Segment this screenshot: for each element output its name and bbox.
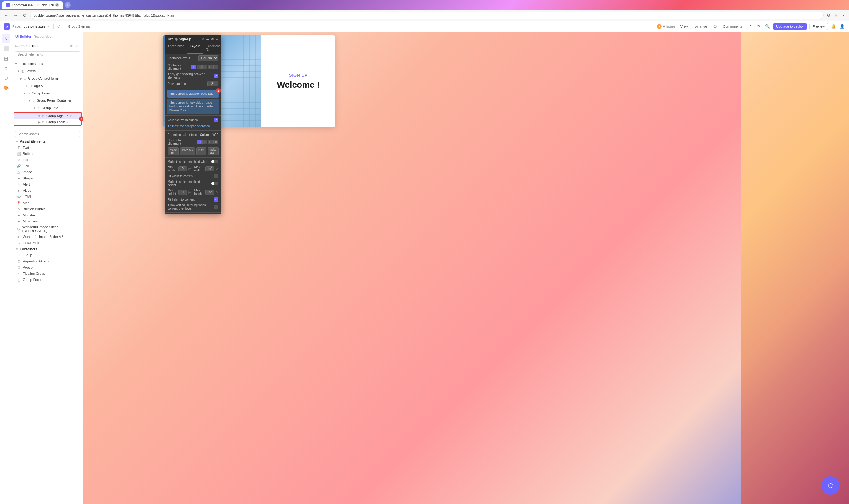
forward-button[interactable]: →: [12, 12, 19, 19]
nav-next[interactable]: Next: [196, 147, 206, 155]
main-canvas[interactable]: SIGN UP Welcome ! Group Sign-up ○ ☁ ✉: [83, 32, 849, 504]
tree-expand-icon[interactable]: ⤢: [75, 43, 80, 48]
tree-visibility-icon[interactable]: 👁: [69, 114, 73, 118]
align-btn-left[interactable]: ⊣: [197, 65, 202, 70]
tree-row-contact-form[interactable]: ▶ □ Group Contact form: [12, 75, 83, 82]
nav-make-last[interactable]: Make last: [208, 147, 219, 155]
sidebar-icon-settings[interactable]: ⚙: [2, 64, 11, 73]
allow-scroll-check[interactable]: [214, 205, 219, 209]
max-height-input[interactable]: [206, 190, 214, 195]
element-image[interactable]: 🖼 Image: [12, 169, 83, 175]
panel-icon-circle[interactable]: ○: [202, 37, 204, 41]
min-width-input[interactable]: [178, 166, 187, 172]
element-icon[interactable]: ☆ Icon: [12, 157, 83, 163]
browser-tab[interactable]: Thomas-83646 | Bubble Edi ✕: [2, 1, 63, 8]
apply-gap-check[interactable]: ✓: [214, 74, 219, 78]
container-repeating-group[interactable]: ◫ Repeating Group: [12, 258, 83, 264]
tree-row-group-title[interactable]: ▼ □ Group Title: [12, 105, 83, 111]
group-name-label[interactable]: Group Sign-up: [68, 24, 90, 28]
tree-arrow-contact-form[interactable]: ▶: [19, 76, 23, 80]
align-btn-top[interactable]: T: [191, 65, 196, 70]
tab-conditional[interactable]: Conditional (1): [203, 43, 222, 54]
ui-builder-label[interactable]: UI Builder: [15, 35, 31, 38]
fixed-width-toggle[interactable]: [211, 160, 219, 163]
arrange-btn[interactable]: Arrange: [692, 24, 709, 29]
container-floating-group[interactable]: + Floating Group: [12, 270, 83, 276]
align-btn-center-v[interactable]: ↕: [203, 65, 207, 70]
bookmark-icon[interactable]: ☆: [833, 12, 839, 18]
sidebar-icon-styles[interactable]: 🎨: [2, 84, 11, 92]
min-height-input[interactable]: [178, 190, 187, 195]
horiz-btn-center[interactable]: ↔: [203, 140, 207, 144]
element-html[interactable]: </> HTML: [12, 194, 83, 200]
tree-arrow-group-title[interactable]: ▼: [33, 106, 36, 110]
tab-layout[interactable]: Layout: [187, 43, 203, 54]
containers-header[interactable]: ▼ Containers: [12, 246, 83, 252]
element-maestro[interactable]: ■ Maestro: [12, 212, 83, 218]
horiz-btn-left[interactable]: ⊣: [197, 140, 202, 144]
components-icon[interactable]: ⬡: [712, 23, 718, 30]
panel-icon-cloud[interactable]: ☁: [206, 37, 209, 41]
tree-arrow-form-container[interactable]: ▼: [28, 98, 31, 102]
address-bar[interactable]: bubble.io/page?type=page&name=customstat…: [30, 12, 824, 19]
fit-height-check[interactable]: ✓: [214, 197, 219, 202]
element-alert[interactable]: △ Alert: [12, 181, 83, 187]
tree-chevron-icon[interactable]: ▾: [73, 114, 77, 118]
align-btn-right[interactable]: ⊢: [208, 65, 213, 70]
nav-make-first[interactable]: Make first: [168, 147, 179, 155]
canvas-circle-btn[interactable]: ⬡: [821, 476, 840, 495]
visual-elements-header[interactable]: ▼ Visual Elements: [12, 138, 83, 144]
new-tab-btn[interactable]: +: [65, 2, 71, 8]
page-name[interactable]: customstates: [24, 24, 46, 28]
container-popup[interactable]: □ Popup: [12, 264, 83, 270]
panel-icon-message[interactable]: ✉: [211, 37, 214, 41]
tree-arrow-signup[interactable]: ▼: [37, 114, 41, 118]
tab-close-btn[interactable]: ✕: [55, 3, 59, 7]
nav-previous[interactable]: Previous: [180, 147, 195, 155]
panel-close-icon[interactable]: ✕: [215, 37, 219, 41]
tree-eye-icon[interactable]: 👁: [69, 43, 73, 48]
sidebar-icon-pointer[interactable]: ↖: [2, 34, 11, 43]
zoom-icon[interactable]: 🔍: [764, 23, 770, 30]
tree-row-layers[interactable]: ▼ ◫ Layers: [12, 68, 83, 74]
tree-row-group-signup[interactable]: ▼ □ Group Sign-up 👁 ▾: [14, 113, 81, 119]
element-slider-deprecated[interactable]: ◎ Wonderful Image Slider (DEPRECATED): [12, 224, 83, 234]
fit-width-check[interactable]: [214, 174, 219, 178]
view-btn[interactable]: View: [678, 24, 690, 29]
extensions-icon[interactable]: ⚙: [826, 12, 832, 18]
back-button[interactable]: ←: [2, 12, 10, 19]
tree-row-form-container[interactable]: ▼ □ Group Form_Container: [12, 97, 83, 104]
element-slider-v2[interactable]: ◎ Wonderful Image Slider V2: [12, 234, 83, 240]
page-dropdown-arrow[interactable]: ▾: [48, 24, 50, 28]
refresh-button[interactable]: ↻: [21, 12, 28, 19]
max-width-input[interactable]: [206, 166, 214, 172]
menu-icon[interactable]: ⋮: [841, 12, 847, 18]
tree-row-customstates[interactable]: ▼ □ customstates: [12, 60, 83, 67]
tree-arrow-customstates[interactable]: ▼: [14, 62, 18, 66]
components-btn[interactable]: Components: [721, 24, 745, 29]
search-elements-input[interactable]: [15, 51, 80, 57]
horiz-btn-stretch[interactable]: ≡: [213, 140, 219, 144]
tree-arrow-layers[interactable]: ▼: [17, 69, 20, 73]
tab-appearance[interactable]: Appearance: [164, 43, 187, 54]
element-shape[interactable]: ■ Shape: [12, 175, 83, 181]
tree-row-group-form[interactable]: ▼ □ Group Form: [12, 90, 83, 96]
tree-visibility-login-icon[interactable]: ▾: [65, 120, 70, 124]
element-built-on-bubble[interactable]: b Built on Bubble: [12, 206, 83, 212]
user-icon[interactable]: 👤: [839, 23, 845, 30]
fixed-height-toggle[interactable]: [211, 182, 219, 185]
element-button[interactable]: ⬜ Button: [12, 150, 83, 157]
preview-btn[interactable]: Preview: [809, 23, 828, 30]
align-btn-bottom[interactable]: ⊥: [213, 65, 219, 70]
container-group-focus[interactable]: ◫ Group Focus: [12, 276, 83, 283]
redo-icon[interactable]: ↻: [756, 23, 762, 30]
row-gap-input[interactable]: [207, 81, 219, 86]
element-map[interactable]: 📍 Map: [12, 200, 83, 206]
issues-badge[interactable]: ! 0 issues: [657, 24, 675, 29]
collapse-hidden-check[interactable]: ✓: [214, 118, 219, 122]
tree-arrow-group-form[interactable]: ▼: [23, 91, 27, 95]
search-assets-input[interactable]: [15, 131, 80, 137]
notifications-icon[interactable]: 🔔: [831, 23, 837, 30]
animate-collapse-link[interactable]: Animate the collapse operation: [168, 124, 210, 128]
tree-arrow-login[interactable]: ▶: [37, 120, 41, 124]
